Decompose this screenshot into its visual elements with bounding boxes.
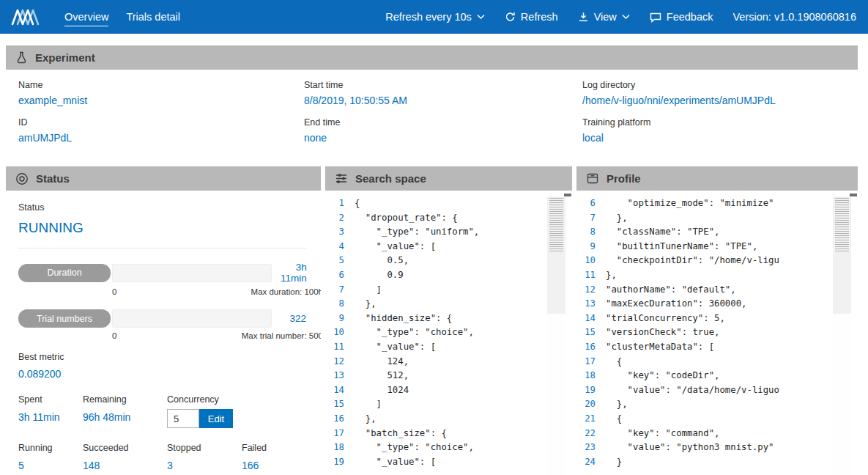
field-value: none (304, 132, 582, 144)
remaining-block: Remaining 96h 48min (83, 394, 167, 428)
search-space-minimap[interactable] (547, 196, 565, 475)
code-text: "_value": [ (355, 340, 436, 355)
code-text: "dropout_rate": { (355, 211, 458, 226)
remaining-label: Remaining (83, 394, 167, 405)
code-line: 7 ] (328, 283, 550, 298)
code-text: { (355, 196, 360, 211)
code-line: 11 "_value": [ (328, 340, 550, 355)
version-label: Version: v1.0.1908060816 (733, 11, 857, 23)
line-number: 11 (579, 268, 606, 283)
trials-track (112, 309, 272, 328)
trial-counts-row: Running 5 Succeeded 148 Stopped 3 Fail (18, 443, 306, 471)
running-count: Running 5 (18, 443, 83, 471)
line-number: 4 (328, 240, 355, 254)
refresh-button[interactable]: Refresh (505, 11, 558, 23)
profile-header: Profile (576, 166, 858, 191)
search-space-icon (335, 172, 348, 185)
page-content: Experiment Name example_mnist ID amUMJPd… (0, 34, 868, 475)
duration-min: 0 (112, 287, 116, 296)
edit-concurrency-button[interactable]: Edit (199, 409, 233, 428)
line-number: 22 (579, 427, 606, 441)
profile-editor[interactable]: 6 "optimize_mode": "minimize"7 },8 "clas… (576, 191, 858, 475)
spent-block: Spent 3h 11min (18, 394, 83, 428)
failed-value: 166 (242, 460, 306, 471)
code-text: "maxExecDuration": 360000, (606, 297, 747, 312)
code-line: 21 { (579, 412, 836, 427)
vertical-scrollbar[interactable] (564, 194, 571, 196)
code-line: 8 }, (328, 297, 550, 312)
line-number: 13 (579, 297, 606, 312)
code-line: 11}, (579, 268, 836, 283)
line-number: 11 (328, 340, 355, 355)
field-id: ID amUMJPdL (18, 117, 304, 144)
code-text: "_type": "choice", (355, 441, 474, 455)
profile-minimap[interactable] (833, 196, 851, 475)
code-text: 124, (355, 355, 409, 369)
line-number: 6 (579, 196, 606, 211)
vertical-scrollbar[interactable] (850, 194, 857, 196)
code-line: 6 "optimize_mode": "minimize" (579, 196, 836, 211)
concurrency-input[interactable] (167, 409, 199, 428)
line-number: 20 (579, 397, 606, 412)
field-value: /home/v-liguo/nni/experiments/amUMJPdL (582, 95, 858, 106)
succeeded-label: Succeeded (83, 443, 167, 453)
minimap-slider[interactable] (547, 196, 565, 314)
code-text: "optimize_mode": "minimize" (606, 196, 774, 211)
code-text: }, (606, 397, 628, 412)
code-text: "key": "command", (606, 427, 719, 441)
code-line: 4 "_value": [ (328, 240, 550, 254)
trials-chip: Trial numbers (18, 309, 111, 328)
code-text: } (606, 455, 622, 470)
line-number: 9 (328, 312, 355, 326)
tab-trials-detail[interactable]: Trials detail (126, 7, 180, 26)
search-space-body: 1{2 "dropout_rate": {3 "_type": "uniform… (325, 191, 572, 475)
line-number: 17 (328, 427, 355, 441)
line-number: 15 (328, 397, 355, 412)
line-number: 8 (328, 297, 355, 312)
flask-icon (15, 51, 28, 65)
line-number: 14 (328, 383, 355, 398)
trials-progress: Trial numbers 322 0 Max trial number: 50… (18, 309, 306, 340)
duration-progress: Duration 3h 11min 0 Max duration: 100h (18, 262, 306, 296)
view-dropdown[interactable]: View (578, 11, 630, 23)
feedback-label: Feedback (667, 11, 713, 23)
tab-overview[interactable]: Overview (64, 7, 108, 26)
line-number: 10 (579, 254, 606, 268)
field-label: Log directory (582, 80, 858, 90)
line-number: 18 (328, 441, 355, 455)
code-line: 19 "value": "/data/home/v-liguo (579, 383, 836, 398)
refresh-interval-dropdown[interactable]: Refresh every 10s (385, 11, 485, 23)
code-text: "clusterMetaData": [ (606, 340, 714, 355)
code-line: 16"clusterMetaData": [ (579, 340, 836, 355)
nni-logo[interactable] (10, 7, 41, 27)
line-number: 7 (328, 283, 355, 298)
duration-max: Max duration: 100h (251, 287, 321, 296)
field-end-time: End time none (304, 117, 582, 144)
code-text: "value": "python3 mnist.py" (606, 441, 774, 455)
spent-label: Spent (18, 394, 83, 405)
code-text: "checkpointDir": "/home/v-ligu (606, 254, 779, 268)
best-metric-value: 0.089200 (18, 368, 306, 380)
line-number: 21 (579, 412, 606, 427)
line-number: 19 (328, 455, 355, 470)
experiment-details: Name example_mnist ID amUMJPdL Start tim… (6, 70, 858, 162)
minimap-slider[interactable] (833, 196, 851, 314)
line-number: 19 (579, 383, 606, 398)
code-text: }, (606, 268, 617, 283)
profile-body: 6 "optimize_mode": "minimize"7 },8 "clas… (576, 191, 858, 475)
search-space-editor[interactable]: 1{2 "dropout_rate": {3 "_type": "uniform… (325, 191, 572, 475)
best-metric: Best metric 0.089200 (18, 352, 306, 380)
feedback-button[interactable]: Feedback (650, 11, 713, 23)
search-space-title: Search space (355, 172, 426, 185)
trials-value: 322 (281, 313, 306, 324)
code-text: "_type": "uniform", (355, 225, 479, 240)
code-text: }, (606, 211, 628, 226)
code-line: 14"trialConcurrency": 5, (579, 312, 836, 326)
refresh-icon (505, 12, 516, 22)
search-space-header: Search space (325, 166, 572, 191)
code-text: "className": "TPE", (606, 225, 719, 240)
profile-title: Profile (607, 172, 641, 185)
code-line: 14 1024 (328, 383, 550, 398)
code-text: "_value": [ (355, 240, 436, 254)
line-number: 3 (328, 225, 355, 240)
